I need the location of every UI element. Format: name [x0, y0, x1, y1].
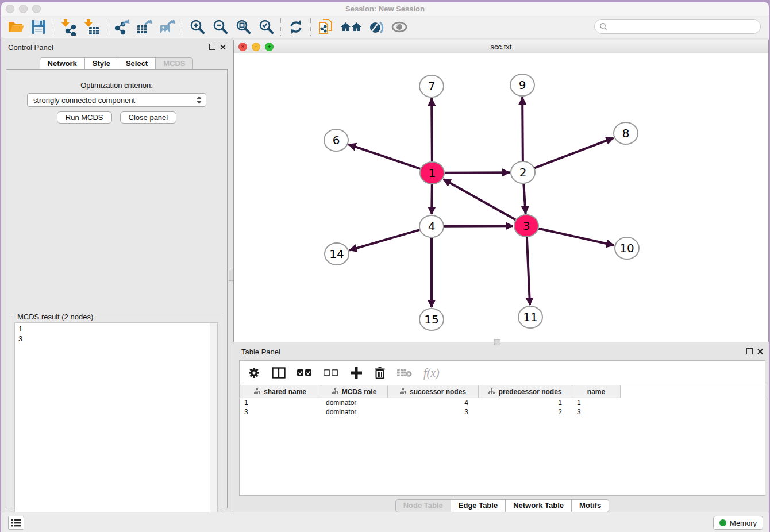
table-panel-float-icon[interactable] [746, 348, 753, 354]
criterion-select[interactable]: strongly connected component [27, 93, 206, 107]
mcds-result-textarea[interactable]: 13 [14, 322, 218, 531]
network-canvas[interactable]: 7968124314101511 [234, 53, 768, 342]
node-4[interactable]: 4 [419, 215, 444, 237]
select-all-columns-icon[interactable] [297, 369, 312, 376]
column-header-name[interactable]: name [572, 385, 621, 398]
home-icon[interactable] [340, 18, 362, 36]
table-cell[interactable]: 1 [479, 398, 572, 407]
control-panel-body: Optimization criterion: strongly connect… [6, 69, 228, 508]
edge-3-11[interactable] [527, 237, 530, 305]
column-header-successor-nodes[interactable]: successor nodes [388, 385, 479, 398]
edge-2-3[interactable] [523, 184, 525, 214]
node-label: 4 [428, 219, 436, 233]
node-1[interactable]: 1 [420, 162, 444, 184]
table-row[interactable]: 3dominator323 [240, 407, 765, 417]
table-cell[interactable]: 3 [388, 407, 479, 417]
create-column-plus-icon[interactable] [350, 367, 363, 379]
edge-1-7[interactable] [432, 98, 432, 161]
criterion-selected-value: strongly connected component [28, 96, 197, 105]
close-panel-button[interactable]: Close panel [120, 111, 177, 124]
deselect-all-columns-icon[interactable] [324, 369, 338, 376]
tab-edge-table[interactable]: Edge Table [451, 499, 506, 512]
search-icon [599, 22, 607, 30]
edge-2-9[interactable] [522, 97, 523, 161]
delete-table-icon[interactable] [397, 368, 412, 377]
table-settings-gear-icon[interactable] [248, 367, 260, 379]
table-cell[interactable]: 3 [572, 407, 621, 417]
node-8[interactable]: 8 [614, 122, 638, 144]
edge-4-3[interactable] [444, 226, 513, 226]
tab-motifs[interactable]: Motifs [572, 499, 609, 512]
node-6[interactable]: 6 [324, 129, 348, 151]
node-10[interactable]: 10 [615, 237, 639, 259]
run-mcds-button[interactable]: Run MCDS [57, 111, 112, 124]
zoom-in-icon[interactable] [188, 18, 206, 36]
window-close-button[interactable] [6, 5, 14, 13]
node-15[interactable]: 15 [419, 309, 444, 330]
column-header-label: successor nodes [410, 388, 466, 396]
zoom-selected-icon[interactable] [257, 18, 275, 36]
network-view-window: × − + scc.txt 7968124314101511 [233, 40, 769, 342]
table-cell[interactable]: dominator [321, 398, 388, 407]
column-header-label: name [587, 388, 605, 396]
zoom-out-icon[interactable] [211, 18, 229, 36]
export-network-icon[interactable] [113, 18, 130, 36]
control-panel-float-icon[interactable] [209, 44, 215, 50]
column-header-MCDS-role[interactable]: MCDS role [321, 385, 388, 398]
edge-4-14[interactable] [349, 230, 419, 250]
memory-button[interactable]: Memory [713, 516, 763, 530]
apply-layout-icon[interactable] [287, 18, 305, 36]
delete-column-trash-icon[interactable] [374, 367, 386, 379]
show-column-panel-icon[interactable] [272, 367, 286, 379]
node-14[interactable]: 14 [325, 243, 349, 265]
table-cell[interactable]: 3 [240, 407, 321, 417]
table-cell[interactable]: dominator [321, 407, 388, 417]
show-hide-eye-icon[interactable] [391, 18, 408, 36]
control-panel-close-icon[interactable] [220, 44, 226, 50]
column-header-shared-name[interactable]: shared name [240, 385, 321, 398]
table-cell[interactable]: 1 [572, 398, 621, 407]
result-scrollbar[interactable] [210, 323, 217, 531]
node-label: 15 [424, 313, 438, 326]
network-graph[interactable]: 7968124314101511 [234, 53, 768, 342]
node-3[interactable]: 3 [514, 215, 538, 237]
export-image-icon[interactable] [159, 18, 176, 36]
table-panel-close-icon[interactable] [757, 349, 763, 354]
import-network-icon[interactable] [60, 18, 77, 36]
open-session-icon[interactable] [7, 18, 24, 36]
table-toolbar: f(x) [239, 360, 765, 385]
column-header-predecessor-nodes[interactable]: predecessor nodes [479, 385, 572, 398]
table-row[interactable]: 1dominator411 [240, 398, 765, 407]
node-7[interactable]: 7 [419, 75, 444, 97]
export-table-icon[interactable] [136, 18, 153, 36]
window-minimize-button[interactable] [19, 5, 28, 13]
search-input[interactable] [607, 21, 760, 32]
tab-network-table[interactable]: Network Table [506, 499, 572, 512]
edge-1-4[interactable] [432, 184, 432, 214]
task-history-button[interactable] [8, 516, 24, 530]
window-zoom-button[interactable] [32, 5, 41, 13]
status-bar: Memory [1, 512, 769, 532]
node-11[interactable]: 11 [518, 306, 542, 328]
new-network-from-selection-icon[interactable] [317, 18, 334, 36]
save-session-icon[interactable] [30, 18, 47, 36]
search-field[interactable] [594, 19, 761, 34]
hide-graphics-details-icon[interactable] [368, 18, 385, 36]
edge-1-6[interactable] [349, 144, 421, 169]
node-9[interactable]: 9 [510, 74, 534, 96]
select-spinner-icon [197, 96, 202, 104]
edge-2-8[interactable] [534, 138, 613, 168]
table-cell[interactable]: 1 [240, 398, 321, 407]
tab-node-table[interactable]: Node Table [395, 499, 451, 512]
edge-3-10[interactable] [538, 229, 614, 245]
import-table-icon[interactable] [83, 18, 100, 36]
function-builder-icon[interactable]: f(x) [424, 367, 440, 380]
node-2[interactable]: 2 [511, 161, 535, 183]
zoom-fit-icon[interactable] [234, 18, 252, 36]
table-panel: Table Panel [233, 344, 769, 511]
node-table[interactable]: shared nameMCDS rolesuccessor nodesprede… [239, 385, 765, 496]
table-cell[interactable]: 4 [388, 398, 479, 407]
table-cell[interactable]: 2 [479, 407, 572, 417]
edge-3-1[interactable] [444, 179, 516, 220]
edge-1-2[interactable] [445, 172, 510, 173]
